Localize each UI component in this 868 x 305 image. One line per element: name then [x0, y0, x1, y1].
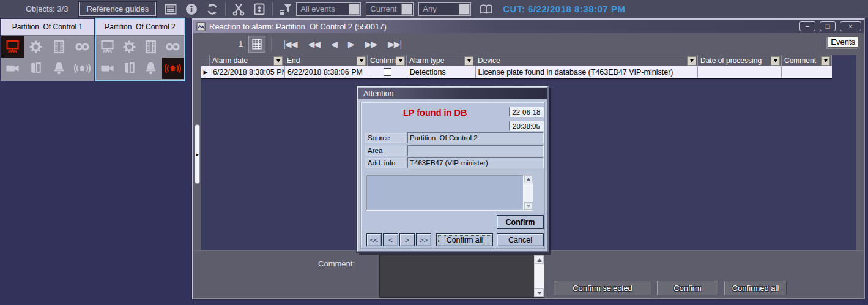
reference-guides-button[interactable]: Reference guides [79, 2, 156, 16]
maximize-button[interactable]: □ [820, 21, 836, 31]
chevron-down-icon [824, 59, 828, 62]
tape-recorder-icon[interactable] [162, 36, 184, 58]
dropdown-button[interactable] [349, 4, 360, 15]
last-record-button[interactable]: ▶▶| [388, 39, 401, 49]
next-record-button[interactable]: ▶ [348, 39, 354, 49]
dropdown-button[interactable] [459, 4, 470, 15]
column-dropdown-button[interactable] [687, 56, 696, 66]
lp-found-alert: LP found in DB [403, 108, 467, 118]
siren-icon[interactable] [70, 58, 94, 79]
confirm-checkbox[interactable] [384, 68, 391, 76]
source-field[interactable]: Partition Of Control 2 [407, 132, 544, 143]
door-icon[interactable] [119, 58, 141, 79]
cut-scissors-icon[interactable] [231, 2, 246, 17]
fast-prev-button[interactable]: ◀◀ [308, 39, 320, 49]
cell-alarm-date: 6/22/2018 8:38:05 PM [210, 66, 285, 78]
bell-icon[interactable] [140, 58, 162, 79]
area-field[interactable] [407, 145, 544, 156]
events-button[interactable]: Events [828, 36, 858, 48]
info-icon[interactable] [184, 2, 199, 17]
cell-date-of-processing [698, 66, 782, 78]
scroll-down-icon[interactable] [535, 288, 544, 297]
door-icon[interactable] [24, 58, 48, 79]
add-info-field[interactable]: T463EB47 (VIP-minister) [407, 157, 544, 168]
window-toolbar: 1 |◀◀ ◀◀ ◀ ▶ ▶▶ ▶▶| [193, 33, 864, 55]
time-filter-value: Current [366, 4, 401, 13]
area-label: Area [365, 146, 406, 156]
monitor-icon[interactable] [97, 36, 119, 58]
top-toolbar: Objects: 3/3 Reference guides All events… [0, 0, 868, 18]
column-dropdown-button[interactable] [357, 56, 366, 66]
bell-icon[interactable] [48, 58, 71, 79]
comment-text[interactable] [380, 255, 534, 297]
column-dropdown-button[interactable] [273, 56, 283, 66]
column-dropdown-button[interactable] [396, 56, 405, 66]
film-icon[interactable] [48, 36, 71, 58]
column-header-comment[interactable]: Comment [782, 55, 832, 66]
scroll-up-icon[interactable] [535, 255, 544, 264]
column-dropdown-button[interactable] [821, 56, 830, 66]
time-filter-dropdown[interactable]: Current [366, 2, 414, 16]
column-header-device[interactable]: Device [475, 55, 698, 66]
refresh-icon[interactable] [205, 2, 220, 17]
monitor-icon[interactable] [1, 36, 24, 58]
column-header-end[interactable]: End [284, 55, 368, 66]
dropdown-button[interactable] [401, 4, 412, 15]
scroll-down-icon[interactable] [524, 202, 533, 210]
column-header-alarm-date[interactable]: Alarm date [210, 55, 284, 66]
gear-icon[interactable] [24, 36, 48, 58]
table-row[interactable]: ▶ 6/22/2018 8:38:05 PM 6/22/2018 8:38:06… [201, 66, 832, 79]
partition-panel-2: Partition Of Control 2 [95, 18, 185, 81]
close-button[interactable]: × [840, 21, 861, 31]
column-header-date-of-processing[interactable]: Date of processing [698, 55, 782, 66]
book-icon[interactable] [479, 2, 494, 17]
column-dropdown-button[interactable] [771, 56, 780, 66]
paste-icon[interactable] [252, 2, 267, 17]
scroll-up-icon[interactable] [524, 175, 533, 183]
dialog-scrollbar[interactable] [524, 175, 533, 211]
objects-counter: Objects: 3/3 [26, 4, 68, 13]
panel-collapse-handle[interactable]: ▸ [195, 124, 200, 184]
column-dropdown-button[interactable] [464, 56, 473, 66]
minimize-button[interactable]: − [799, 21, 815, 31]
type-filter-value: Any [419, 4, 458, 13]
fast-next-button[interactable]: ▶▶ [365, 39, 377, 49]
type-filter-dropdown[interactable]: Any [418, 2, 471, 16]
dialog-titlebar[interactable]: Attention [358, 88, 547, 99]
list-icon[interactable] [163, 2, 178, 17]
dialog-prev-button[interactable]: < [383, 233, 398, 246]
dialog-confirm-button[interactable]: Confirm [497, 215, 544, 229]
chevron-down-icon [276, 59, 280, 62]
window-titlebar[interactable]: Reaction to alarm: Partition Of Control … [193, 20, 864, 33]
grid-view-button[interactable] [248, 36, 265, 53]
confirm-selected-button[interactable]: Confirm selected [554, 281, 651, 295]
tape-recorder-icon[interactable] [70, 36, 94, 58]
chevron-down-icon [399, 59, 402, 62]
comment-textarea[interactable] [379, 255, 544, 298]
filter-icon[interactable] [278, 2, 293, 17]
partition-2-title: Partition Of Control 2 [96, 19, 184, 36]
gear-icon[interactable] [119, 36, 141, 58]
chevron-down-icon [360, 59, 363, 62]
dialog-confirm-all-button[interactable]: Confirm all [436, 233, 493, 246]
camera-icon[interactable] [1, 58, 24, 79]
camera-icon[interactable] [97, 58, 119, 79]
column-header-confirm[interactable]: Confirm [368, 55, 407, 66]
prev-record-button[interactable]: ◀ [331, 39, 337, 49]
dialog-message-textarea[interactable] [366, 175, 524, 211]
dialog-next-button[interactable]: > [399, 233, 415, 246]
dialog-cancel-button[interactable]: Cancel [497, 233, 544, 246]
dialog-last-button[interactable]: >> [416, 233, 431, 246]
cell-device: License plate found in database (T463EB4… [476, 66, 699, 78]
dialog-first-button[interactable]: << [366, 233, 382, 246]
confirmed-all-button[interactable]: Confirmed all [724, 281, 787, 295]
comment-scrollbar[interactable] [534, 255, 544, 297]
siren-icon[interactable] [162, 58, 184, 79]
confirm-button[interactable]: Confirm [657, 281, 718, 295]
column-header-alarm-type[interactable]: Alarm type [407, 55, 475, 66]
cell-confirm [368, 66, 407, 78]
film-icon[interactable] [140, 36, 162, 58]
add-info-label: Add. info [365, 158, 406, 168]
first-record-button[interactable]: |◀◀ [283, 39, 297, 49]
event-filter-dropdown[interactable]: All events [296, 2, 361, 16]
